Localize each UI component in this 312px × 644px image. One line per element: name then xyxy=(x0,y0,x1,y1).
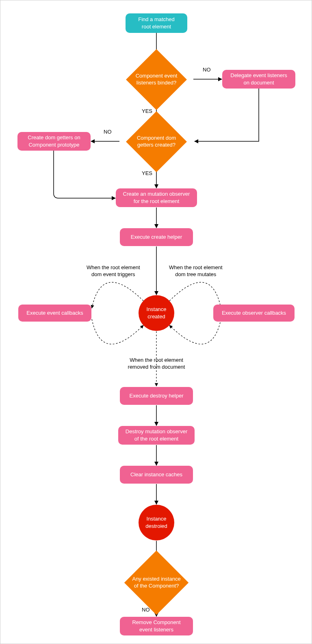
node-delegate-label: Delegate event listenerson document xyxy=(230,72,287,86)
node-destroy-observer-label: Destroy mutation observerof the root ele… xyxy=(126,428,187,442)
node-execute-event-callbacks: Execute event callbacks xyxy=(18,305,91,322)
flowchart-canvas: Find a matchedroot element Component eve… xyxy=(0,0,312,644)
state-instance-destroyed: Instancedestroied xyxy=(139,505,174,540)
node-start: Find a matchedroot element xyxy=(126,13,187,33)
node-remove-listeners: Remove Componentevent listeners xyxy=(120,617,193,635)
state-instance-created-label: Instancecreated xyxy=(146,306,166,320)
edge-label-no-1: NO xyxy=(203,67,211,73)
node-execute-event-callbacks-label: Execute event callbacks xyxy=(26,309,83,317)
edge-label-yes-1: YES xyxy=(142,108,152,115)
edge-label-removed: When the root elementremoved from docume… xyxy=(124,357,189,371)
state-instance-created: Instancecreated xyxy=(139,295,174,331)
node-mutation-observer: Create an mutation observerfor the root … xyxy=(116,188,197,207)
node-remove-listeners-label: Remove Componentevent listeners xyxy=(132,619,180,633)
decision-dom-getters: Component domgetters created? xyxy=(119,120,194,163)
node-delegate: Delegate event listenerson document xyxy=(222,70,295,89)
edge-label-no-2: NO xyxy=(104,129,112,136)
node-execute-destroy: Execute destroy helper xyxy=(120,387,193,405)
edge-label-loop-left: When the root elementdom event triggers xyxy=(87,264,140,278)
state-instance-destroyed-label: Instancedestroied xyxy=(145,515,167,529)
decision-any-instance: Any existed instanceof the Component? xyxy=(116,561,197,605)
edge-label-loop-right: When the root elementdom tree mutates xyxy=(169,264,223,278)
node-execute-destroy-label: Execute destroy helper xyxy=(130,392,184,400)
decision-dom-getters-label: Component domgetters created? xyxy=(137,135,176,149)
node-execute-create: Execute create helper xyxy=(120,228,193,246)
node-execute-observer-callbacks: Execute observer callbacks xyxy=(213,305,295,322)
node-create-getters-label: Create dom getters onComponent prototype xyxy=(28,134,80,148)
edge-label-no-3: NO xyxy=(142,607,150,614)
node-execute-create-label: Execute create helper xyxy=(131,233,182,241)
edge-label-yes-2: YES xyxy=(142,170,152,177)
node-create-getters: Create dom getters onComponent prototype xyxy=(17,132,91,151)
node-start-label: Find a matchedroot element xyxy=(138,16,175,30)
node-execute-observer-callbacks-label: Execute observer callbacks xyxy=(222,309,286,317)
node-clear-caches-label: Clear instance caches xyxy=(130,471,182,478)
decision-listeners-binded-label: Component eventlisteners binded? xyxy=(136,73,178,86)
node-mutation-observer-label: Create an mutation observerfor the root … xyxy=(123,190,190,205)
decision-listeners-binded: Component eventlisteners binded? xyxy=(119,58,194,101)
node-destroy-observer: Destroy mutation observerof the root ele… xyxy=(118,426,195,445)
decision-any-instance-label: Any existed instanceof the Component? xyxy=(132,576,180,590)
node-clear-caches: Clear instance caches xyxy=(120,466,193,484)
